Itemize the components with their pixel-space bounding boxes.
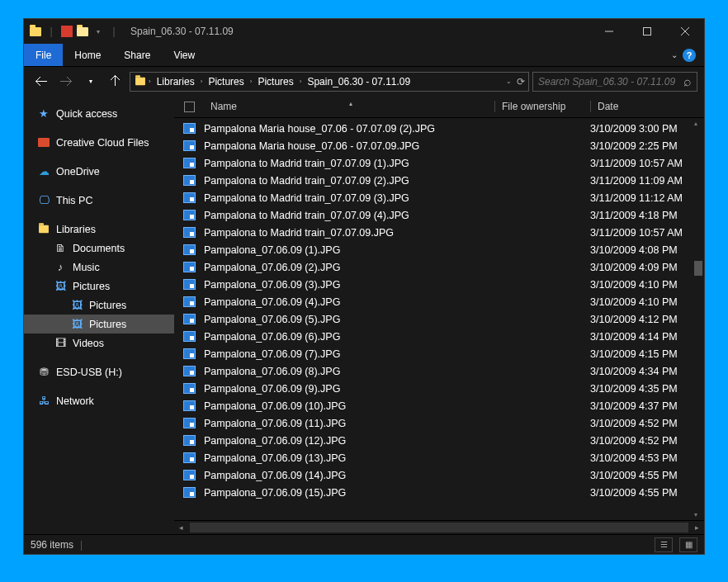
properties-icon[interactable] [60,25,73,38]
sidebar-item-this-pc[interactable]: 🖵 This PC [24,191,174,210]
minimize-button[interactable] [590,19,628,44]
search-box[interactable]: ⌕ [532,72,697,92]
scroll-down-icon[interactable]: ▾ [694,511,697,518]
crumb-pictures-2[interactable]: Pictures [253,76,297,88]
refresh-icon[interactable]: ⟳ [517,76,525,88]
maximize-button[interactable] [628,19,666,44]
scroll-right-icon[interactable]: ▸ [690,521,704,535]
tab-home[interactable]: Home [63,44,112,66]
nav-pane: ★ Quick access Creative Cloud Files ☁ On… [24,96,174,534]
new-folder-icon[interactable] [76,25,89,38]
file-row[interactable]: Pampalona to Madrid train_07.07.09.JPG3/… [174,224,704,241]
file-row[interactable]: Pampalona_07.06.09 (5).JPG3/10/2009 4:12… [174,310,704,328]
file-row[interactable]: Pampalona to Madrid train_07.07.09 (3).J… [174,189,704,206]
file-row[interactable]: Pampalona_07.06.09 (12).JPG3/10/2009 4:5… [174,432,704,449]
address-dropdown-icon[interactable]: ⌄ [506,78,512,85]
file-date: 3/10/2009 4:35 PM [590,383,704,395]
image-file-icon [174,487,204,498]
crumb-sep-icon[interactable]: › [300,78,302,85]
crumb-sep-icon[interactable]: › [250,78,253,85]
column-header-date[interactable]: Date [590,101,704,112]
ribbon-expand-icon[interactable]: ⌄ [671,50,678,59]
column-label: File ownership [502,101,565,112]
crumb-current[interactable]: Spain_06.30 - 07.11.09 [303,76,414,88]
details-view-button[interactable]: ☰ [655,537,673,552]
image-file-icon [174,262,204,272]
sidebar-item-label: ESD-USB (H:) [56,367,122,378]
sidebar-item-libraries[interactable]: Libraries [24,220,174,239]
scroll-thumb[interactable] [190,523,688,532]
back-button[interactable]: 🡠 [31,72,52,92]
file-name: Pampalona_07.06.09 (9).JPG [204,383,494,395]
file-row[interactable]: Pampalona_07.06.09 (3).JPG3/10/2009 4:10… [174,276,704,293]
file-row[interactable]: Pampalona_07.06.09 (2).JPG3/10/2009 4:09… [174,258,704,276]
file-row[interactable]: Pampalona to Madrid train_07.07.09 (2).J… [174,172,704,189]
file-date: 3/10/2009 4:53 PM [590,452,704,464]
file-row[interactable]: Pampalona to Madrid train_07.07.09 (1).J… [174,154,704,172]
recent-dropdown-icon[interactable]: ▾ [80,72,102,92]
column-header-name[interactable]: Name ▴ [204,101,494,112]
tab-file[interactable]: File [24,44,63,66]
file-row[interactable]: Pampalona_07.06.09 (14).JPG3/10/2009 4:5… [174,466,704,484]
crumb-sep-icon[interactable]: › [201,78,203,85]
qa-dropdown-icon[interactable]: ▾ [92,25,105,38]
column-header-owner[interactable]: File ownership [494,101,590,112]
file-row[interactable]: Pampalona_07.06.09 (4).JPG3/10/2009 4:10… [174,293,704,310]
sort-ascending-icon: ▴ [349,100,352,107]
forward-button[interactable]: 🡢 [55,72,77,92]
file-row[interactable]: Pampalona_07.06.09 (1).JPG3/10/2009 4:08… [174,241,704,258]
sidebar-item-videos[interactable]: 🎞 Videos [24,334,174,353]
file-name: Pampalona Maria house_07.06 - 07.07.09.J… [204,140,494,152]
file-row[interactable]: Pampalona to Madrid train_07.07.09 (4).J… [174,206,704,224]
image-file-icon [174,348,204,359]
file-row[interactable]: Pampalona_07.06.09 (13).JPG3/10/2009 4:5… [174,449,704,466]
close-button[interactable] [666,19,704,44]
nav-toolbar: 🡠 🡢 ▾ 🡡 › Libraries › Pictures › Picture… [24,66,704,96]
search-input[interactable] [538,76,683,88]
crumb-sep-icon[interactable]: › [149,78,151,85]
file-name: Pampalona_07.06.09 (13).JPG [204,452,494,464]
sidebar-item-music[interactable]: ♪ Music [24,258,174,277]
select-all-checkbox[interactable] [174,102,204,112]
file-row[interactable]: Pampalona_07.06.09 (10).JPG3/10/2009 4:3… [174,397,704,414]
sidebar-item-pictures[interactable]: 🖼 Pictures [24,277,174,296]
scroll-up-icon[interactable]: ▴ [694,120,697,127]
sidebar-item-pictures-sub[interactable]: 🖼 Pictures [24,296,174,315]
scroll-thumb[interactable] [694,261,702,276]
sidebar-item-quick-access[interactable]: ★ Quick access [24,104,174,123]
sidebar-item-esd-usb[interactable]: ⛃ ESD-USB (H:) [24,362,174,381]
status-bar: 596 items | ☰ ▦ [24,534,704,554]
file-row[interactable]: Pampalona_07.06.09 (9).JPG3/10/2009 4:35… [174,380,704,397]
sidebar-item-pictures-selected[interactable]: 🖼 Pictures [24,315,174,334]
sidebar-item-creative-cloud[interactable]: Creative Cloud Files [24,133,174,152]
scroll-left-icon[interactable]: ◂ [174,521,188,535]
sidebar-item-network[interactable]: 🖧 Network [24,391,174,410]
help-icon[interactable]: ? [683,49,696,62]
tab-view[interactable]: View [162,44,206,66]
folder-icon[interactable] [29,25,42,38]
horizontal-scrollbar[interactable]: ◂ ▸ [174,520,704,534]
file-row[interactable]: Pampalona_07.06.09 (15).JPG3/10/2009 4:5… [174,484,704,501]
image-file-icon [174,140,204,151]
file-row[interactable]: Pampalona_07.06.09 (8).JPG3/10/2009 4:34… [174,362,704,380]
thumbnails-view-button[interactable]: ▦ [679,537,697,552]
tab-share[interactable]: Share [112,44,162,66]
file-row[interactable]: Pampalona_07.06.09 (11).JPG3/10/2009 4:5… [174,414,704,432]
crumb-pictures[interactable]: Pictures [204,76,248,88]
search-icon[interactable]: ⌕ [683,74,692,89]
address-bar[interactable]: › Libraries › Pictures › Pictures › Spai… [130,72,529,92]
file-list[interactable]: Pampalona Maria house_07.06 - 07.07.09 (… [174,118,704,520]
sidebar-item-onedrive[interactable]: ☁ OneDrive [24,162,174,181]
file-row[interactable]: Pampalona Maria house_07.06 - 07.07.09.J… [174,137,704,154]
ribbon-tabs: File Home Share View ⌄ ? [24,44,704,66]
file-date: 3/10/2009 4:09 PM [590,262,704,273]
file-row[interactable]: Pampalona_07.06.09 (7).JPG3/10/2009 4:15… [174,345,704,362]
file-name: Pampalona_07.06.09 (7).JPG [204,348,494,360]
sidebar-item-documents[interactable]: 🗎 Documents [24,239,174,258]
file-row[interactable]: Pampalona_07.06.09 (6).JPG3/10/2009 4:14… [174,328,704,345]
vertical-scrollbar[interactable]: ▴ ▾ [691,118,704,520]
file-name: Pampalona to Madrid train_07.07.09 (3).J… [204,192,494,204]
up-button[interactable]: 🡡 [105,72,126,92]
file-row[interactable]: Pampalona Maria house_07.06 - 07.07.09 (… [174,120,704,137]
crumb-libraries[interactable]: Libraries [153,76,199,88]
